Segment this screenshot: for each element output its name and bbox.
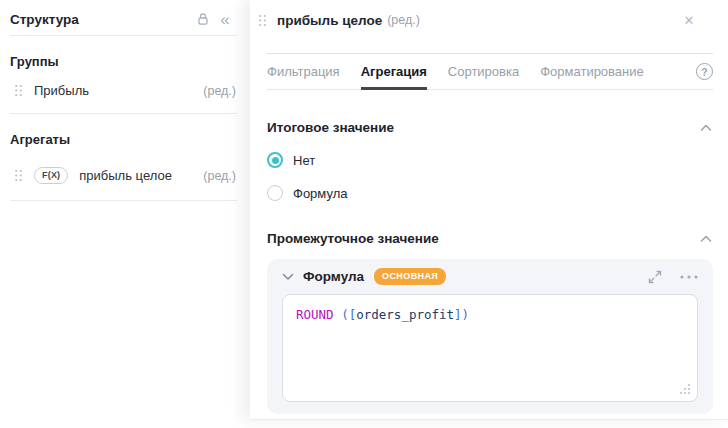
total-value-section-header: Итоговое значение xyxy=(267,120,712,135)
tab-filtering[interactable]: Фильтрация xyxy=(267,54,340,90)
sidebar-divider xyxy=(10,35,237,36)
group-item-label: Прибыль xyxy=(34,83,89,98)
resize-grip-icon[interactable] xyxy=(680,384,690,394)
formula-card: Формула ОСНОВНАЯ ROUND ([orders_profit]) xyxy=(267,259,713,414)
code-line: ROUND ([orders_profit]) xyxy=(296,307,469,322)
drag-handle-icon[interactable] xyxy=(14,169,23,182)
field-settings-panel: прибыль целое (ред.) ✕ Фильтрация Агрега… xyxy=(250,0,728,420)
collapse-sidebar-icon[interactable]: « xyxy=(214,9,236,29)
section-title: Итоговое значение xyxy=(267,120,394,135)
code-token-field: orders_profit xyxy=(356,307,454,322)
groups-section-label: Группы xyxy=(10,54,234,69)
code-token-function: ROUND xyxy=(296,307,334,322)
tab-formatting[interactable]: Форматирование xyxy=(540,54,644,90)
list-item-group-profit[interactable]: Прибыль (ред.) xyxy=(14,83,236,98)
tab-aggregation[interactable]: Агрегация xyxy=(361,54,427,90)
radio-option-none[interactable]: Нет xyxy=(267,152,728,168)
radio-unselected-icon[interactable] xyxy=(267,185,283,201)
aggregates-section-label: Агрегаты xyxy=(10,132,234,147)
aggregate-item-edit-link[interactable]: (ред.) xyxy=(203,169,236,183)
formula-card-actions xyxy=(648,270,698,284)
drag-handle-icon[interactable] xyxy=(258,14,267,27)
section-title: Промежуточное значение xyxy=(267,231,439,246)
list-item-aggregate-profit[interactable]: F(X) прибыль целое (ред.) xyxy=(14,167,236,184)
formula-fx-badge: F(X) xyxy=(34,167,68,184)
panel-title-edit-link[interactable]: (ред.) xyxy=(387,13,420,27)
code-token-bracket-close: ] xyxy=(454,307,462,322)
radio-label: Формула xyxy=(293,186,347,201)
sidebar-header: Структура « xyxy=(0,0,244,29)
code-token-paren-close: ) xyxy=(462,307,470,322)
formula-card-header: Формула ОСНОВНАЯ xyxy=(282,268,698,285)
formula-editor[interactable]: ROUND ([orders_profit]) xyxy=(282,294,698,402)
group-item-edit-link[interactable]: (ред.) xyxy=(203,84,236,98)
radio-option-formula[interactable]: Формула xyxy=(267,185,728,201)
tab-bar: Фильтрация Агрегация Сортировка Форматир… xyxy=(267,54,713,90)
formula-block-label: Формула xyxy=(303,269,364,284)
code-token-paren-open: ( xyxy=(334,307,349,322)
sidebar-title: Структура xyxy=(10,12,192,27)
tab-sorting[interactable]: Сортировка xyxy=(448,54,519,90)
expand-icon[interactable] xyxy=(648,270,662,284)
aggregate-item-label: прибыль целое xyxy=(79,168,172,183)
intermediate-value-section-header: Промежуточное значение xyxy=(267,231,712,246)
chevron-up-icon[interactable] xyxy=(700,235,712,243)
sidebar-divider xyxy=(10,113,237,114)
main-formula-badge: ОСНОВНАЯ xyxy=(374,268,446,285)
radio-selected-icon[interactable] xyxy=(267,152,283,168)
close-icon[interactable]: ✕ xyxy=(680,11,698,29)
structure-sidebar: Структура « Группы Прибыль (ред.) Агрега… xyxy=(0,0,244,428)
more-options-icon[interactable] xyxy=(680,275,698,279)
panel-header: прибыль целое (ред.) ✕ xyxy=(250,0,728,29)
panel-title: прибыль целое xyxy=(277,13,382,28)
sidebar-divider xyxy=(10,200,237,201)
lock-icon[interactable] xyxy=(192,9,214,29)
chevron-up-icon[interactable] xyxy=(700,124,712,132)
chevron-down-icon[interactable] xyxy=(282,273,294,281)
drag-handle-icon[interactable] xyxy=(14,84,23,97)
help-icon[interactable]: ? xyxy=(696,63,713,80)
radio-label: Нет xyxy=(293,153,315,168)
